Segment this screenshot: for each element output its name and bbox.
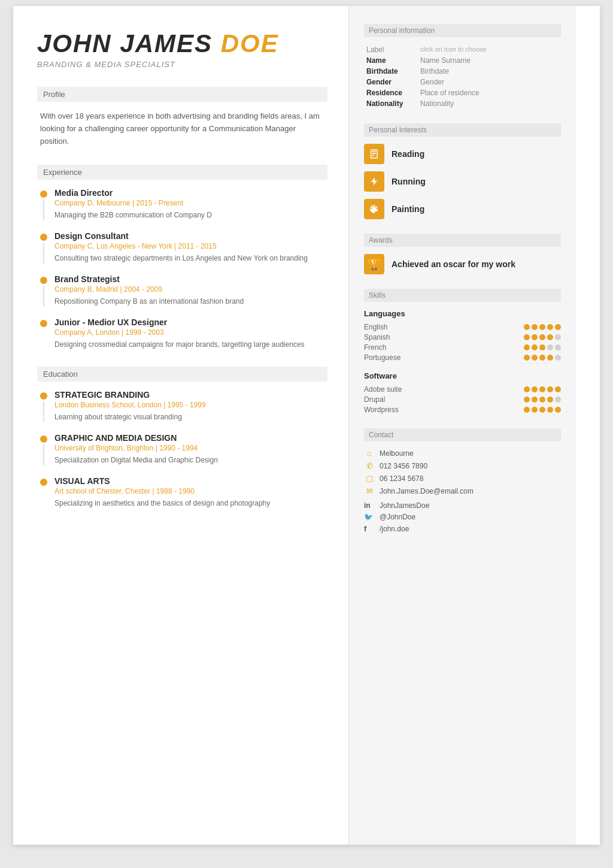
timeline-content: Brand Strategist Company B, Madrid | 200… — [54, 274, 327, 307]
experience-section: Experience Media Director Company D, Mel… — [37, 165, 327, 350]
timeline-dot-col — [40, 317, 47, 350]
dot-filled — [532, 386, 538, 392]
experience-section-header: Experience — [37, 165, 327, 180]
full-name: JOHN JAMES DOE — [37, 30, 327, 58]
edu-title: GRAPHIC AND MEDIA DESIGN — [54, 433, 327, 443]
info-row: GenderGender — [364, 77, 489, 87]
skill-row: French — [364, 343, 561, 352]
info-label: Birthdate — [364, 66, 418, 77]
item-desc: Consulting two strategic departments in … — [54, 253, 327, 264]
skill-dots — [524, 334, 561, 340]
item-subtitle: Company D, Melbourne | 2015 - Present — [54, 199, 327, 207]
timeline-line — [43, 243, 44, 264]
mobile-icon: ▢ — [364, 474, 375, 483]
dot-filled — [555, 386, 561, 392]
social-list: in JohnJamesDoe 🐦 @JohnDoe f /john.doe — [364, 501, 561, 533]
experience-timeline: Media Director Company D, Melbourne | 20… — [37, 188, 327, 350]
contact-section: Contact ⌂ Melbourne ✆ 012 3456 7890 ▢ 06… — [364, 428, 561, 533]
contact-item: ▢ 06 1234 5678 — [364, 474, 561, 483]
dot-filled — [547, 324, 553, 330]
dot-filled — [524, 355, 530, 361]
skill-name: French — [364, 343, 386, 352]
skill-row: Portuguese — [364, 353, 561, 362]
contact-value: John.James.Doe@email.com — [380, 487, 474, 495]
contact-value: Melbourne — [380, 449, 414, 458]
award-text: Achieved an oscar for my work — [392, 259, 515, 269]
timeline-line — [43, 401, 44, 422]
skill-dots — [524, 386, 561, 392]
right-column: Personal information Labelclick on icon … — [348, 6, 576, 845]
dot-filled — [555, 407, 561, 413]
resume-container: JOHN JAMES DOE BRANDING & MEDIA SPECIALI… — [13, 6, 600, 845]
contact-value: 012 3456 7890 — [380, 462, 427, 470]
timeline-line — [43, 286, 44, 307]
dot-filled — [539, 344, 545, 350]
interest-name: Running — [392, 177, 426, 186]
dot-filled — [524, 344, 530, 350]
dot-filled — [547, 386, 553, 392]
timeline-content: Design Consultant Company C, Los Angeles… — [54, 231, 327, 264]
timeline-dot — [40, 435, 47, 443]
interest-item: Reading — [364, 144, 561, 164]
left-column: JOHN JAMES DOE BRANDING & MEDIA SPECIALI… — [13, 6, 348, 845]
dot-filled — [547, 397, 553, 403]
item-title: Brand Strategist — [54, 274, 327, 284]
dot-filled — [532, 355, 538, 361]
awards-list: 🏆 Achieved an oscar for my work — [364, 254, 561, 274]
dot-filled — [547, 355, 553, 361]
interests-list: Reading Running Painting — [364, 144, 561, 219]
skill-row: Spanish — [364, 333, 561, 341]
timeline-dot — [40, 392, 47, 400]
dot-filled — [524, 386, 530, 392]
languages-subtitle: Languages — [364, 309, 561, 318]
book-icon — [364, 144, 384, 164]
interests-header: Personal Interests — [364, 123, 561, 137]
dot-filled — [524, 397, 530, 403]
in-social-icon: in — [364, 501, 375, 510]
dot-empty — [547, 344, 553, 350]
bolt-icon — [364, 171, 384, 192]
skill-row: English — [364, 323, 561, 331]
dot-filled — [532, 407, 538, 413]
social-item: f /john.doe — [364, 524, 561, 533]
profile-section: Profile With over 18 years experience in… — [37, 87, 327, 147]
personal-info-table: Labelclick on icon to chooseNameName Sur… — [364, 44, 489, 109]
dot-filled — [539, 407, 545, 413]
interests-section: Personal Interests Reading Running Paint… — [364, 123, 561, 219]
social-value: @JohnDoe — [380, 513, 415, 521]
timeline-content: STRATEGIC BRANDING London Business Schoo… — [54, 390, 327, 422]
info-row: NameName Surname — [364, 55, 489, 66]
software-subtitle: Software — [364, 371, 561, 380]
phone-icon: ✆ — [364, 461, 375, 470]
timeline-dot — [40, 479, 47, 486]
timeline-dot-col — [40, 188, 47, 220]
software-skills-list: Adobe suiteDrupalWordpress — [364, 385, 561, 414]
skill-name: Adobe suite — [364, 385, 402, 394]
home-icon: ⌂ — [364, 449, 375, 458]
dot-empty — [555, 344, 561, 350]
fb-social-icon: f — [364, 524, 375, 533]
skill-name: Drupal — [364, 395, 385, 404]
education-section-header: Education — [37, 367, 327, 382]
timeline-content: Media Director Company D, Melbourne | 20… — [54, 188, 327, 220]
dot-filled — [539, 355, 545, 361]
job-title: BRANDING & MEDIA SPECIALIST — [37, 60, 327, 69]
palette-icon — [364, 199, 384, 219]
dot-filled — [524, 407, 530, 413]
dot-filled — [539, 334, 545, 340]
skill-dots — [524, 397, 561, 403]
interest-name: Painting — [392, 204, 424, 214]
last-name: DOE — [221, 29, 279, 58]
contact-item: ⌂ Melbourne — [364, 449, 561, 458]
language-skills-list: EnglishSpanishFrenchPortuguese — [364, 323, 561, 362]
skill-dots — [524, 324, 561, 330]
info-row: ResidencePlace of residence — [364, 87, 489, 98]
profile-text: With over 18 years experience in both ad… — [37, 110, 327, 147]
education-item: STRATEGIC BRANDING London Business Schoo… — [40, 390, 327, 422]
profile-section-header: Profile — [37, 87, 327, 102]
personal-info-section: Personal information Labelclick on icon … — [364, 24, 561, 109]
item-subtitle: University of Brighton, Brighton | 1990 … — [54, 444, 327, 452]
timeline-dot-col — [40, 274, 47, 307]
dot-filled — [524, 324, 530, 330]
name-block: JOHN JAMES DOE BRANDING & MEDIA SPECIALI… — [37, 30, 327, 69]
